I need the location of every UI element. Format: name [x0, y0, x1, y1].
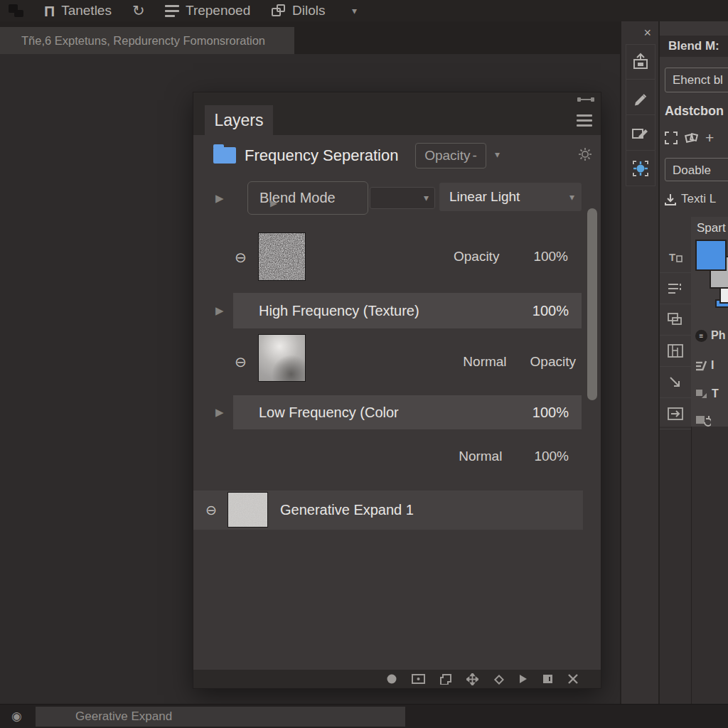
panel-divider: [691, 427, 692, 704]
expand-arrow-icon[interactable]: ▶: [215, 304, 224, 317]
slide-icon[interactable]: [412, 674, 425, 684]
layer-row-highlight[interactable]: High Frequency (Texture) 100%: [233, 293, 582, 328]
layer-row-texture-thumb[interactable]: ⊖ Opacity 100%: [193, 220, 601, 293]
expand-arrow-icon: ▶: [270, 198, 277, 208]
panel-menu-icon[interactable]: [577, 114, 592, 129]
edit-artboard-tool-button[interactable]: [626, 115, 655, 151]
diagonal-arrow-icon[interactable]: [660, 367, 691, 398]
effect-blend-button[interactable]: Ehenct bl: [665, 68, 728, 92]
opacity-button-label: Opacity: [424, 148, 470, 164]
layer-group-name: Frequency Seperation: [245, 135, 398, 176]
delete-icon[interactable]: [568, 674, 578, 684]
diamond-icon[interactable]: [493, 674, 504, 685]
folder-icon: [213, 147, 236, 164]
image-frame-icon[interactable]: [660, 336, 691, 367]
layer-row-normal[interactable]: Normal 100%: [193, 429, 601, 483]
chevron-down-icon[interactable]: ▾: [495, 149, 500, 160]
blend-mode-row: ▶ ▶ Blend Mode ▾ Linear Light ▾: [193, 176, 601, 220]
plus-icon[interactable]: +: [705, 129, 714, 146]
export-tool-button[interactable]: [626, 44, 655, 80]
blend-empty-dropdown[interactable]: ▾: [370, 187, 435, 209]
layer-name: Generative Expand 1: [280, 491, 414, 530]
toolbar-item-trepenoed[interactable]: Trepenoed: [165, 0, 250, 21]
panel-collapse-icon[interactable]: [579, 99, 592, 100]
layer-opacity-value[interactable]: 100%: [533, 249, 568, 264]
expand-arrow-icon[interactable]: ▶: [215, 406, 224, 419]
layer-thumbnail-gray[interactable]: [228, 492, 268, 528]
layer-row-generative-expand[interactable]: ⊖ Generative Expand 1: [193, 491, 583, 530]
layer-blend-label[interactable]: Normal: [463, 354, 506, 370]
dilols-dropdown-caret[interactable]: ▾: [352, 0, 357, 21]
record-icon[interactable]: [387, 674, 397, 684]
layer-opacity-value[interactable]: 100%: [534, 449, 569, 464]
blend-mode-button[interactable]: ▶ Blend Mode: [247, 181, 368, 215]
visibility-off-icon[interactable]: ⊖: [235, 353, 247, 370]
tool-strip: ×: [620, 21, 660, 704]
layer-row-high-frequency[interactable]: ▶ High Frequency (Texture) 100%: [193, 293, 601, 328]
document-tab-title: Tñe,6 Exptetuns, Repdurencty Fomonsrorat…: [21, 34, 265, 47]
fullscreen-corners-icon[interactable]: [665, 132, 678, 144]
blend-header: Blend M:: [660, 36, 728, 57]
properties-panel: Blend M: Ehenct bl Adstcbon + Doable Tex…: [660, 21, 728, 427]
layers-panel-footer: [193, 670, 601, 688]
app-badge-icon: ≡: [695, 330, 707, 342]
pen-tool-button[interactable]: [626, 80, 655, 115]
toolbar-item-label: Dilols: [292, 3, 325, 18]
doable-button[interactable]: Doable: [665, 158, 728, 181]
group-square-icon[interactable]: [542, 674, 553, 684]
layers-panel-header: Layers: [193, 92, 601, 135]
list-icon: [165, 5, 179, 17]
layer-name: Low Frequency (Color: [259, 405, 399, 421]
layer-row-low-frequency[interactable]: ▶ Low Frequency (Color 100%: [193, 395, 601, 429]
shapes-row[interactable]: T: [695, 387, 719, 400]
blend-mode-dropdown[interactable]: Linear Light ▾: [439, 183, 582, 211]
layer-opacity-value: 100%: [532, 303, 569, 319]
sort-row[interactable]: I: [695, 359, 714, 372]
layer-row-highlight[interactable]: Low Frequency (Color 100%: [233, 395, 582, 429]
steps-icon-shape: [9, 4, 24, 17]
shapes-icon[interactable]: [685, 132, 698, 144]
status-bar: ◉ Geerative Expand: [0, 704, 728, 728]
opacity-button[interactable]: Opacity-: [415, 143, 486, 168]
play-icon[interactable]: [519, 674, 528, 684]
layer-group-icon[interactable]: [660, 304, 691, 336]
layer-thumbnail-blur[interactable]: [258, 334, 306, 382]
chevron-down-icon: ▾: [424, 192, 429, 203]
document-tab[interactable]: Tñe,6 Exptetuns, Repdurencty Fomonsrorat…: [0, 27, 294, 54]
text-layers-label: Texti L: [681, 192, 716, 206]
paragraph-list-icon[interactable]: [660, 273, 691, 304]
steps-icon[interactable]: [9, 0, 24, 21]
boxed-arrow-icon[interactable]: [660, 398, 691, 429]
toolbar-item-dilols[interactable]: Dilols: [272, 0, 325, 21]
layer-thumbnail-noise[interactable]: [258, 232, 306, 281]
history-row[interactable]: [695, 414, 711, 427]
visibility-off-icon[interactable]: ⊖: [235, 249, 247, 266]
layer-blend-label[interactable]: Opacity: [454, 249, 499, 264]
type-tool-icon[interactable]: T: [660, 242, 691, 273]
document-tab-bar: Tñe,6 Exptetuns, Repdurencty Fomonsrorat…: [0, 21, 728, 54]
pen-icon: [632, 89, 649, 106]
parallelogram-icon: [695, 389, 708, 399]
artboard-icon: Π: [44, 4, 55, 18]
visibility-off-icon[interactable]: ⊖: [205, 502, 217, 518]
new-layer-icon[interactable]: [440, 674, 451, 685]
ph-row[interactable]: ≡ Ph: [695, 329, 725, 342]
gear-icon[interactable]: [578, 147, 592, 161]
scrollbar-thumb[interactable]: [587, 208, 597, 400]
layer-blend-label[interactable]: Normal: [459, 449, 502, 464]
text-layers-row[interactable]: Texti L: [665, 192, 716, 206]
close-icon[interactable]: ×: [643, 26, 651, 41]
sync-button[interactable]: ↻: [132, 0, 145, 21]
layer-row-blur-thumb[interactable]: ⊖ Normal Opacity: [193, 328, 601, 395]
layer-group-row[interactable]: Frequency Seperation Opacity- ▾: [193, 135, 601, 176]
toolbar-item-tanetles[interactable]: Π Tanetles: [44, 0, 112, 21]
layer-opacity-label[interactable]: Opacity: [530, 354, 576, 370]
move-icon[interactable]: [466, 673, 478, 685]
blend-mode-value: Linear Light: [449, 189, 520, 204]
tab-layers[interactable]: Layers: [205, 105, 273, 135]
color-swatch-blue[interactable]: [695, 240, 727, 271]
expand-arrow-icon[interactable]: ▶: [215, 192, 224, 205]
status-message-box: Geerative Expand: [36, 707, 405, 727]
generative-tool-button-active[interactable]: [626, 151, 655, 186]
top-toolbar: Π Tanetles ↻ Trepenoed Dilols ▾: [0, 0, 728, 21]
